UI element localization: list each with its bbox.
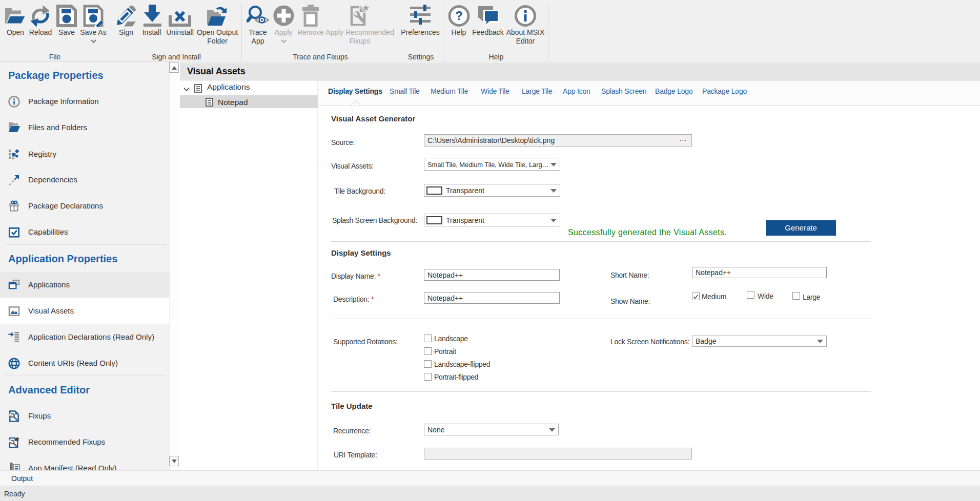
svg-text:?: ? [455, 9, 463, 23]
